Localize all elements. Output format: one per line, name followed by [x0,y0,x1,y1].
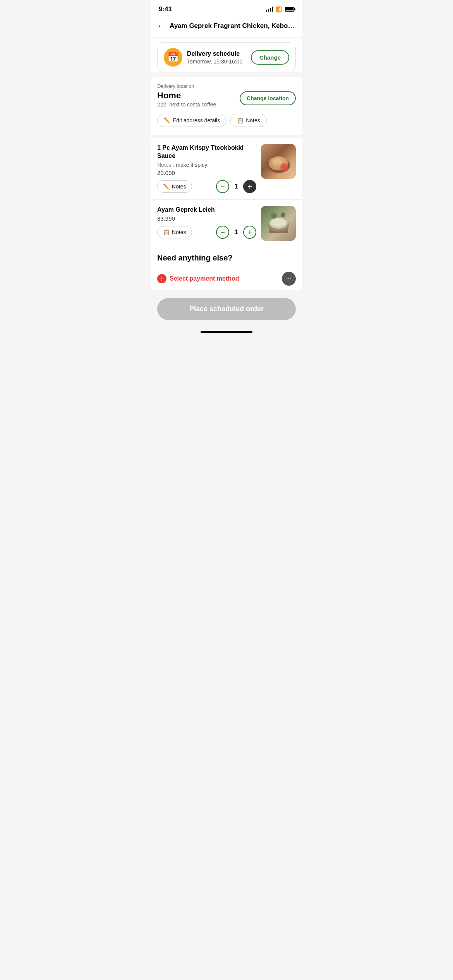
item-image-1 [261,144,296,179]
order-item-2: Ayam Geprek Leleh 33.990 📋 Notes − 1 + [151,200,302,247]
delivery-location-section: Delivery location Home 222, next to cost… [151,77,302,135]
need-more-section: Need anything else? [151,247,302,267]
increase-qty-button-1[interactable]: + [243,180,256,193]
quantity-2: 1 [233,228,239,236]
decrease-qty-button-1[interactable]: − [216,180,229,193]
back-button[interactable]: ← [157,21,166,31]
svg-point-8 [271,218,286,227]
address-actions: ✏️ Edit address details 📋 Notes [157,114,296,127]
item-note-1: Notes : make it spicy [157,162,256,168]
place-order-bar: Place scheduled order [151,293,302,328]
battery-icon [285,7,294,12]
more-options-button[interactable]: ··· [282,272,296,286]
page-title: Ayam Geprek Fragrant Chicken, Kebon Kac.… [170,22,296,30]
schedule-time: Tomorrow, 15:30-16:00 [187,58,242,65]
error-icon: ! [157,274,166,283]
item-price-2: 33.990 [157,215,256,222]
item-image-2 [261,206,296,241]
pencil-icon: ✏️ [164,117,170,123]
notes-clipboard-icon: 📋 [163,229,170,235]
notes-icon: 📋 [237,117,244,123]
food-photo-2 [261,206,296,241]
edit-address-button[interactable]: ✏️ Edit address details [157,114,226,127]
svg-point-10 [281,212,285,217]
order-items-section: 1 Pc Ayam Krispy Tteokbokki Sauce Notes … [151,138,302,290]
pencil-icon: ✏️ [163,183,170,190]
wifi-icon: 📶 [275,6,282,12]
svg-point-9 [271,212,277,219]
payment-error: ! Select payment method [157,274,239,283]
place-order-button[interactable]: Place scheduled order [157,298,296,320]
need-more-title: Need anything else? [157,254,296,262]
quantity-1: 1 [233,183,239,190]
svg-point-3 [280,163,288,171]
item-name-2: Ayam Geprek Leleh [157,206,256,214]
location-address: 222, next to costa coffee [157,101,240,108]
address-notes-label: Notes [246,117,260,123]
change-location-button[interactable]: Change location [240,91,296,105]
quantity-controls-2: − 1 + [216,226,256,239]
food-photo-1 [261,144,296,179]
increase-qty-button-2[interactable]: + [243,226,256,239]
change-schedule-button[interactable]: Change [251,50,289,65]
address-notes-button[interactable]: 📋 Notes [230,114,267,127]
payment-row: ! Select payment method ··· [151,267,302,290]
schedule-icon: 📅 [164,48,182,67]
decrease-qty-button-2[interactable]: − [216,226,229,239]
item-price-1: 20.000 [157,170,256,176]
order-item: 1 Pc Ayam Krispy Tteokbokki Sauce Notes … [151,138,302,200]
quantity-controls-1: − 1 + [216,180,256,193]
svg-point-4 [273,158,282,164]
location-name: Home [157,91,240,101]
status-bar: 9:41 📶 [151,0,302,16]
delivery-location-label: Delivery location [157,83,296,89]
payment-error-text[interactable]: Select payment method [170,275,239,282]
signal-icon [266,7,273,12]
item-notes-button-1[interactable]: ✏️ Notes [157,180,192,193]
schedule-title: Delivery schedule [187,50,242,57]
status-time: 9:41 [159,5,172,13]
edit-address-label: Edit address details [173,117,220,123]
item-notes-label-2: Notes [172,229,186,235]
status-icons: 📶 [266,6,294,12]
item-notes-label-1: Notes [172,183,186,190]
delivery-schedule-card: 📅 Delivery schedule Tomorrow, 15:30-16:0… [157,42,296,72]
item-name-1: 1 Pc Ayam Krispy Tteokbokki Sauce [157,144,256,160]
header: ← Ayam Geprek Fragrant Chicken, Kebon Ka… [151,16,302,38]
item-notes-button-2[interactable]: 📋 Notes [157,226,192,238]
note-prefix-1: Notes : [157,162,176,168]
home-indicator [201,331,252,333]
